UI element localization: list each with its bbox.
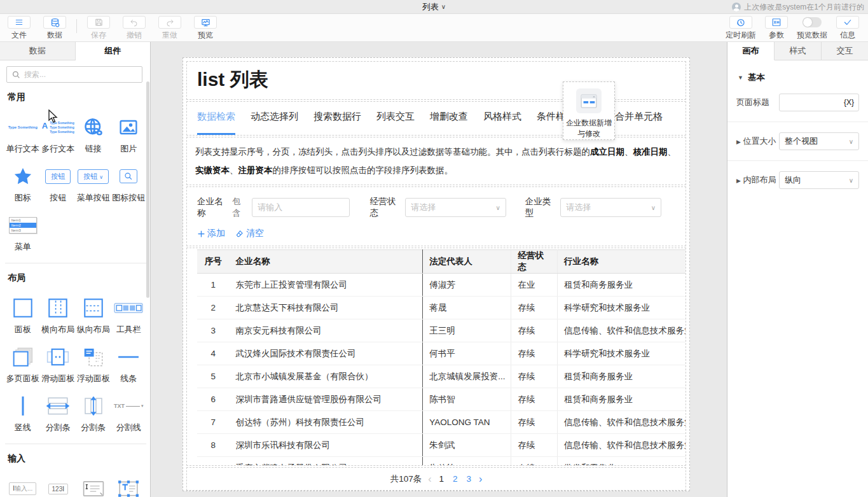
pagination-prev-button[interactable]: ‹ (428, 473, 431, 485)
demo-tab-4[interactable]: 增删改查 (430, 111, 468, 135)
pagination-page-3[interactable]: 3 (465, 474, 473, 484)
table-row[interactable]: 1东莞市上正投资管理有限公司傅淑芳在业租赁和商务服务业 (197, 274, 686, 297)
type-select[interactable]: 请选择 ∨ (560, 198, 661, 217)
table-cell: 7 (197, 411, 229, 434)
pagination-page-2[interactable]: 2 (451, 474, 459, 484)
component-item-slide-panel[interactable]: 滑动面板 (41, 344, 76, 383)
right-tab-1[interactable]: 样式 (775, 42, 822, 60)
type-placeholder: 请选择 (566, 202, 591, 213)
position-size-label[interactable]: ▶ 位置大小 (736, 136, 776, 147)
tool-timer-button[interactable]: 定时刷新 (727, 16, 755, 41)
position-size-select[interactable]: 整个视图 ∨ (779, 132, 859, 150)
component-grid: I输入...文本输入123I数值输入多行输入富文本输入 (5, 466, 146, 497)
component-item-text-multi[interactable]: AType SomethingType SomethingType Someth… (41, 115, 76, 153)
inner-layout-label[interactable]: ▶ 内部布局 (736, 174, 776, 186)
column-header-1[interactable]: 企业名称 (229, 250, 422, 274)
component-item-split-v[interactable]: 分割条 (76, 393, 111, 432)
demo-tab-5[interactable]: 风格样式 (483, 111, 521, 135)
table-row[interactable]: 8深圳市乐讯科技有限公司朱剑武存续信息传输、软件和信息技术服务业 (197, 434, 686, 457)
tool-toggle-button[interactable]: 预览数据 (798, 16, 826, 41)
component-search-input[interactable]: 搜索... (6, 66, 142, 83)
tool-redo-button[interactable]: 重做 (156, 16, 184, 41)
column-header-2[interactable]: 法定代表人 (423, 250, 511, 274)
component-item-input-rich[interactable]: 富文本输入 (111, 476, 147, 497)
page-switcher[interactable]: 列表 ∨ (422, 1, 446, 13)
component-item-line-v[interactable]: 竖线 (5, 393, 41, 432)
table-row[interactable]: 2北京慧达天下科技有限公司蒋晟存续科学研究和技术服务业 (197, 297, 686, 319)
component-section-1: 布局面板横向布局纵向布局工具栏多页面板滑动面板浮动面板线条竖线分割条分割条TXT… (5, 272, 146, 444)
component-item-menu-button[interactable]: 按钮 ∨菜单按钮 (76, 164, 111, 202)
component-item-toolbar[interactable]: 工具栏 (111, 295, 147, 334)
component-item-link[interactable]: 链接 (76, 115, 111, 153)
demo-tab-1[interactable]: 动态选择列 (251, 111, 298, 135)
left-tab-1[interactable]: 组件 (76, 42, 151, 60)
chevron-down-icon: ∨ (651, 204, 656, 211)
component-item-multipage[interactable]: 多页面板 (5, 344, 41, 383)
component-item-text-single[interactable]: Type Something单行文本 (5, 115, 41, 153)
inner-layout-select[interactable]: 纵向 ∨ (779, 171, 859, 189)
design-canvas[interactable]: list 列表 数据检索动态选择列搜索数据行列表交互增删改查风格样式条件样式表合… (151, 42, 727, 497)
table-block[interactable]: 序号企业名称法定代表人经营状态行业名称1东莞市上正投资管理有限公司傅淑芳在业租赁… (186, 248, 686, 466)
component-item-divider-txt[interactable]: TXT▾分割线 (111, 393, 147, 432)
table-row[interactable]: 9重庆市紫建电子股份有限公司朱传钦存续批发和零售业 (197, 457, 686, 466)
table-row[interactable]: 5北京市小城镇发展基金（有限合伙）北京城镇发展投资...存续租赁和商务服务业 (197, 365, 686, 388)
table-row[interactable]: 7创达特（苏州）科技有限责任公司YAOLONG TAN存续信息传输、软件和信息技… (197, 411, 686, 434)
component-item-panel[interactable]: 面板 (5, 295, 41, 334)
dragged-component-card[interactable]: 企业数据新增与修改 (563, 81, 615, 140)
add-label: 添加 (207, 228, 225, 239)
page-title-input[interactable]: {X} (779, 94, 859, 111)
toggle-knob (803, 18, 812, 27)
section-basic[interactable]: ▼ 基本 (738, 72, 859, 83)
filter-block[interactable]: 企业名称 包含 请输入 经营状态 请选择 ∨ 企业类型 请选择 ∨ (186, 186, 686, 246)
toggle-switch[interactable] (803, 17, 822, 27)
tool-undo-button[interactable]: 撤销 (120, 16, 148, 41)
pagination-next-button[interactable]: › (479, 473, 482, 485)
component-item-line-h[interactable]: 线条 (111, 344, 147, 383)
component-item-button[interactable]: 按钮按钮 (41, 164, 76, 202)
fx-variable-icon[interactable]: {X} (844, 98, 854, 107)
left-panel-scrollbar[interactable] (146, 81, 149, 298)
column-header-3[interactable]: 经营状态 (511, 250, 558, 274)
component-item-float-panel[interactable]: 浮动面板 (76, 344, 111, 383)
table-cell: 存续 (511, 388, 558, 411)
component-label: 浮动面板 (77, 374, 110, 383)
component-item-menu[interactable]: Item1Item2Item3菜单 (5, 213, 41, 251)
tool-preview-button[interactable]: 预览 (191, 16, 219, 41)
divider (727, 122, 868, 132)
demo-tab-8[interactable]: 合并单元格 (615, 111, 663, 135)
component-item-layout-v[interactable]: 纵向布局 (76, 295, 111, 334)
tool-database-button[interactable]: 数据 (41, 16, 69, 41)
demo-tab-2[interactable]: 搜索数据行 (313, 111, 361, 135)
column-header-4[interactable]: 行业名称 (558, 250, 687, 274)
component-item-input-number[interactable]: 123I数值输入 (41, 476, 76, 497)
component-item-split-h[interactable]: 分割条 (41, 393, 76, 432)
table-row[interactable]: 3南京安元科技有限公司王三明存续信息传输、软件和信息技术服务业 (197, 319, 686, 342)
tool-params-button[interactable]: 参数 (762, 16, 790, 41)
eraser-icon (235, 229, 244, 238)
add-condition-button[interactable]: 添加 (197, 228, 225, 239)
pagination-page-1[interactable]: 1 (437, 474, 445, 484)
input-number-icon: 123I (48, 476, 68, 497)
demo-tab-0[interactable]: 数据检索 (197, 111, 235, 135)
clear-conditions-button[interactable]: 清空 (235, 228, 264, 239)
component-item-layout-h[interactable]: 横向布局 (41, 295, 76, 334)
component-item-image[interactable]: 图片 (111, 115, 147, 153)
table-row[interactable]: 4武汉烽火国际技术有限责任公司何书平存续科学研究和技术服务业 (197, 342, 686, 365)
company-name-input[interactable]: 请输入 (252, 198, 349, 217)
table-row[interactable]: 6深圳市普路通供应链管理股份有限公司陈书智存续租赁和商务服务业 (197, 388, 686, 411)
demo-tab-3[interactable]: 列表交互 (376, 111, 415, 135)
tool-save-button[interactable]: 保存 (85, 16, 113, 41)
page-switcher-label: 列表 (422, 1, 439, 13)
left-tab-0[interactable]: 数据 (0, 42, 76, 60)
right-tab-0[interactable]: 画布 (727, 42, 775, 60)
status-select[interactable]: 请选择 ∨ (405, 198, 506, 217)
component-item-star[interactable]: 图标 (5, 164, 41, 202)
component-item-input-text[interactable]: I输入...文本输入 (5, 476, 41, 497)
description-block[interactable]: 列表支持显示序号，分页，冻结列头，点击列头排序以及过滤数据等基础功能。其中，点击… (186, 137, 686, 185)
right-tab-2[interactable]: 交互 (822, 42, 868, 60)
tool-check-button[interactable]: 信息 (834, 16, 862, 41)
tool-file-button[interactable]: 文件 (5, 16, 33, 41)
component-item-input-multi[interactable]: 多行输入 (76, 476, 111, 497)
column-header-0[interactable]: 序号 (197, 250, 229, 274)
component-item-icon-button[interactable]: 图标按钮 (111, 164, 147, 202)
